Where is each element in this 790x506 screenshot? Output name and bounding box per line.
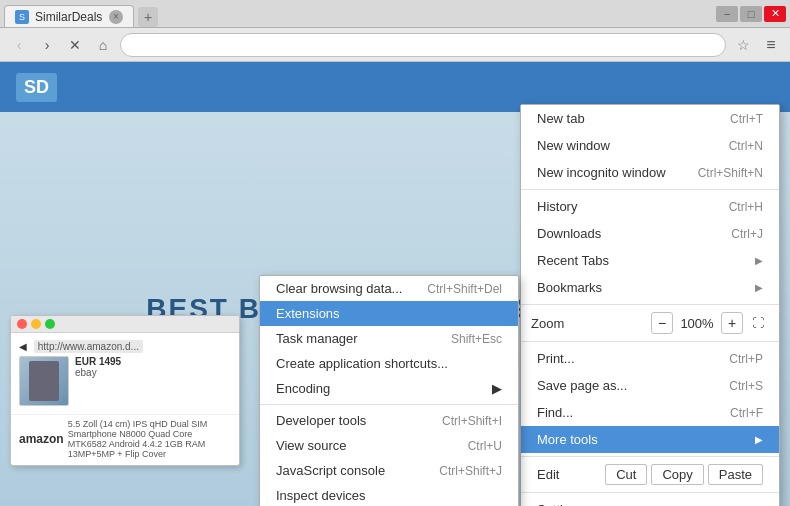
- divider-2: [521, 304, 779, 305]
- submenu-shortcut-task-manager: Shift+Esc: [451, 332, 502, 346]
- submenu-item-task-manager[interactable]: Task manager Shift+Esc: [260, 326, 518, 351]
- favicon: S: [15, 10, 29, 24]
- submenu-shortcut-js-console: Ctrl+Shift+J: [439, 464, 502, 478]
- menu-item-find[interactable]: Find... Ctrl+F: [521, 399, 779, 426]
- popup-header: [11, 316, 239, 333]
- back-button[interactable]: ‹: [8, 34, 30, 56]
- submenu-arrow-encoding: ▶: [492, 381, 502, 396]
- menu-item-settings[interactable]: Settings: [521, 496, 779, 506]
- menu-shortcut-incognito: Ctrl+Shift+N: [698, 166, 763, 180]
- menu-item-new-tab[interactable]: New tab Ctrl+T: [521, 105, 779, 132]
- menu-item-more-tools[interactable]: More tools ▶: [521, 426, 779, 453]
- edit-row: Edit Cut Copy Paste: [521, 460, 779, 489]
- popup-dot-red: [17, 319, 27, 329]
- menu-label-downloads: Downloads: [537, 226, 601, 241]
- more-tools-submenu: Clear browsing data... Ctrl+Shift+Del Ex…: [259, 275, 519, 506]
- submenu-label-js-console: JavaScript console: [276, 463, 385, 478]
- submenu-item-extensions[interactable]: Extensions: [260, 301, 518, 326]
- menu-label-new-tab: New tab: [537, 111, 585, 126]
- menu-label-recent-tabs: Recent Tabs: [537, 253, 609, 268]
- zoom-minus-button[interactable]: −: [651, 312, 673, 334]
- popup-url-bar: ◀ http://www.amazon.d...: [19, 341, 231, 352]
- tab-bar: S SimilarDeals × +: [4, 0, 158, 27]
- submenu-label-encoding: Encoding: [276, 381, 330, 396]
- maximize-button[interactable]: □: [740, 6, 762, 22]
- menu-label-incognito: New incognito window: [537, 165, 666, 180]
- submenu-item-view-source[interactable]: View source Ctrl+U: [260, 433, 518, 458]
- popup-price: EUR 1495: [75, 356, 121, 367]
- popup-platform: ebay: [75, 367, 121, 378]
- menu-item-history[interactable]: History Ctrl+H: [521, 193, 779, 220]
- submenu-label-task-manager: Task manager: [276, 331, 358, 346]
- submenu-item-inspect-devices[interactable]: Inspect devices: [260, 483, 518, 506]
- menu-shortcut-new-tab: Ctrl+T: [730, 112, 763, 126]
- new-tab-button[interactable]: +: [138, 7, 158, 27]
- zoom-row: Zoom − 100% + ⛶: [521, 308, 779, 338]
- menu-item-save-page[interactable]: Save page as... Ctrl+S: [521, 372, 779, 399]
- submenu-label-inspect-devices: Inspect devices: [276, 488, 366, 503]
- divider-1: [521, 189, 779, 190]
- address-bar: ‹ › ✕ ⌂ ☆ ≡: [0, 28, 790, 62]
- arrow-more-tools: ▶: [755, 434, 763, 445]
- submenu-shortcut-developer-tools: Ctrl+Shift+I: [442, 414, 502, 428]
- tab-label: SimilarDeals: [35, 10, 102, 24]
- popup-bottom: amazon 5.5 Zoll (14 cm) IPS qHD Dual SIM…: [11, 414, 239, 465]
- menu-item-print[interactable]: Print... Ctrl+P: [521, 345, 779, 372]
- menu-label-save-page: Save page as...: [537, 378, 627, 393]
- menu-item-recent-tabs[interactable]: Recent Tabs ▶: [521, 247, 779, 274]
- submenu-label-developer-tools: Developer tools: [276, 413, 366, 428]
- menu-item-downloads[interactable]: Downloads Ctrl+J: [521, 220, 779, 247]
- amazon-logo-text: amazon: [19, 432, 64, 446]
- divider-5: [521, 492, 779, 493]
- menu-item-bookmarks[interactable]: Bookmarks ▶: [521, 274, 779, 301]
- active-tab[interactable]: S SimilarDeals ×: [4, 5, 134, 27]
- menu-shortcut-save-page: Ctrl+S: [729, 379, 763, 393]
- home-button[interactable]: ⌂: [92, 34, 114, 56]
- url-input[interactable]: [120, 33, 726, 57]
- arrow-bookmarks: ▶: [755, 282, 763, 293]
- bookmark-star-icon[interactable]: ☆: [732, 34, 754, 56]
- menu-item-incognito[interactable]: New incognito window Ctrl+Shift+N: [521, 159, 779, 186]
- menu-item-new-window[interactable]: New window Ctrl+N: [521, 132, 779, 159]
- submenu-item-clear-browsing[interactable]: Clear browsing data... Ctrl+Shift+Del: [260, 276, 518, 301]
- divider-3: [521, 341, 779, 342]
- chrome-main-menu: New tab Ctrl+T New window Ctrl+N New inc…: [520, 104, 780, 506]
- page-content: SD BEST BUYS IN THE BIGGEST ON ↗ ◀ http:…: [0, 62, 790, 506]
- site-logo: SD: [16, 73, 57, 102]
- submenu-label-clear-browsing: Clear browsing data...: [276, 281, 402, 296]
- submenu-item-js-console[interactable]: JavaScript console Ctrl+Shift+J: [260, 458, 518, 483]
- chrome-menu-button[interactable]: ≡: [760, 34, 782, 56]
- copy-button[interactable]: Copy: [651, 464, 703, 485]
- popup-dot-yellow: [31, 319, 41, 329]
- menu-label-settings: Settings: [537, 502, 584, 506]
- paste-button[interactable]: Paste: [708, 464, 763, 485]
- cut-button[interactable]: Cut: [605, 464, 647, 485]
- menu-shortcut-history: Ctrl+H: [729, 200, 763, 214]
- submenu-item-encoding[interactable]: Encoding ▶: [260, 376, 518, 401]
- menu-label-new-window: New window: [537, 138, 610, 153]
- zoom-plus-button[interactable]: +: [721, 312, 743, 334]
- menu-shortcut-find: Ctrl+F: [730, 406, 763, 420]
- window-controls: − □ ✕: [716, 6, 786, 22]
- arrow-recent-tabs: ▶: [755, 255, 763, 266]
- popup-product-desc: 5.5 Zoll (14 cm) IPS qHD Dual SIM Smartp…: [68, 419, 231, 459]
- chrome-window: S SimilarDeals × + − □ ✕ ‹ › ✕ ⌂ ☆ ≡ SD: [0, 0, 790, 506]
- submenu-item-developer-tools[interactable]: Developer tools Ctrl+Shift+I: [260, 408, 518, 433]
- tab-close-button[interactable]: ×: [109, 10, 123, 24]
- popup-amazon-row: amazon 5.5 Zoll (14 cm) IPS qHD Dual SIM…: [19, 419, 231, 459]
- submenu-label-extensions: Extensions: [276, 306, 340, 321]
- title-bar: S SimilarDeals × + − □ ✕: [0, 0, 790, 28]
- reload-button[interactable]: ✕: [64, 34, 86, 56]
- close-button[interactable]: ✕: [764, 6, 786, 22]
- minimize-button[interactable]: −: [716, 6, 738, 22]
- popup-content: ◀ http://www.amazon.d... EUR 1495 ebay: [19, 341, 231, 406]
- submenu-item-create-shortcuts[interactable]: Create application shortcuts...: [260, 351, 518, 376]
- zoom-fullscreen-button[interactable]: ⛶: [747, 312, 769, 334]
- forward-button[interactable]: ›: [36, 34, 58, 56]
- menu-label-history: History: [537, 199, 577, 214]
- menu-label-print: Print...: [537, 351, 575, 366]
- popup-product-image: [19, 356, 69, 406]
- menu-label-bookmarks: Bookmarks: [537, 280, 602, 295]
- submenu-shortcut-view-source: Ctrl+U: [468, 439, 502, 453]
- edit-label: Edit: [537, 467, 601, 482]
